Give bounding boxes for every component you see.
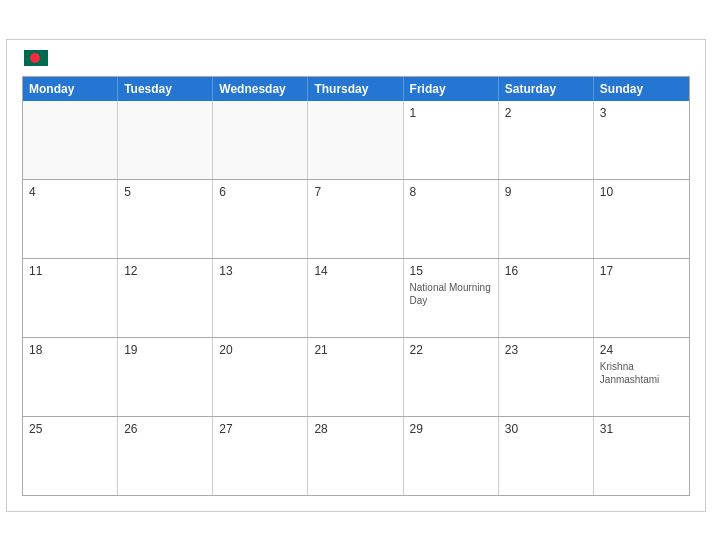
cell-date: 2 — [505, 106, 587, 120]
calendar-header — [22, 50, 690, 66]
logo-text — [22, 50, 48, 66]
calendar-cell: 1 — [404, 101, 499, 179]
calendar-cell: 18 — [23, 338, 118, 416]
cell-date: 21 — [314, 343, 396, 357]
cell-date: 30 — [505, 422, 587, 436]
calendar-cell: 2 — [499, 101, 594, 179]
calendar-cell: 19 — [118, 338, 213, 416]
calendar-container: MondayTuesdayWednesdayThursdayFridaySatu… — [6, 39, 706, 512]
calendar-cell — [118, 101, 213, 179]
calendar-week-5: 25262728293031 — [23, 417, 689, 496]
logo-flag-icon — [24, 50, 48, 66]
calendar-cell: 20 — [213, 338, 308, 416]
calendar-cell: 12 — [118, 259, 213, 337]
calendar-week-3: 1112131415National Mourning Day1617 — [23, 259, 689, 338]
cell-date: 11 — [29, 264, 111, 278]
calendar-cell: 30 — [499, 417, 594, 495]
cell-event: National Mourning Day — [410, 281, 492, 307]
day-header-wednesday: Wednesday — [213, 77, 308, 101]
cell-event: Krishna Janmashtami — [600, 360, 683, 386]
cell-date: 29 — [410, 422, 492, 436]
calendar-cell — [23, 101, 118, 179]
cell-date: 12 — [124, 264, 206, 278]
calendar-cell: 13 — [213, 259, 308, 337]
calendar-cell: 11 — [23, 259, 118, 337]
calendar-week-1: 123 — [23, 101, 689, 180]
calendar-days-header: MondayTuesdayWednesdayThursdayFridaySatu… — [23, 77, 689, 101]
cell-date: 18 — [29, 343, 111, 357]
cell-date: 28 — [314, 422, 396, 436]
cell-date: 22 — [410, 343, 492, 357]
calendar-grid: MondayTuesdayWednesdayThursdayFridaySatu… — [22, 76, 690, 496]
calendar-cell: 24Krishna Janmashtami — [594, 338, 689, 416]
cell-date: 3 — [600, 106, 683, 120]
cell-date: 23 — [505, 343, 587, 357]
cell-date: 6 — [219, 185, 301, 199]
day-header-monday: Monday — [23, 77, 118, 101]
cell-date: 25 — [29, 422, 111, 436]
calendar-cell: 29 — [404, 417, 499, 495]
day-header-sunday: Sunday — [594, 77, 689, 101]
cell-date: 7 — [314, 185, 396, 199]
cell-date: 15 — [410, 264, 492, 278]
calendar-cell: 25 — [23, 417, 118, 495]
calendar-week-2: 45678910 — [23, 180, 689, 259]
cell-date: 17 — [600, 264, 683, 278]
day-header-tuesday: Tuesday — [118, 77, 213, 101]
cell-date: 10 — [600, 185, 683, 199]
cell-date: 16 — [505, 264, 587, 278]
calendar-cell: 21 — [308, 338, 403, 416]
calendar-cell: 23 — [499, 338, 594, 416]
cell-date: 5 — [124, 185, 206, 199]
calendar-cell: 14 — [308, 259, 403, 337]
calendar-cell: 26 — [118, 417, 213, 495]
calendar-cell — [213, 101, 308, 179]
calendar-cell: 22 — [404, 338, 499, 416]
cell-date: 19 — [124, 343, 206, 357]
cell-date: 27 — [219, 422, 301, 436]
cell-date: 4 — [29, 185, 111, 199]
cell-date: 26 — [124, 422, 206, 436]
calendar-week-4: 18192021222324Krishna Janmashtami — [23, 338, 689, 417]
cell-date: 9 — [505, 185, 587, 199]
calendar-cell: 5 — [118, 180, 213, 258]
logo — [22, 50, 48, 66]
day-header-friday: Friday — [404, 77, 499, 101]
calendar-weeks: 123456789101112131415National Mourning D… — [23, 101, 689, 496]
calendar-cell: 31 — [594, 417, 689, 495]
calendar-cell: 17 — [594, 259, 689, 337]
calendar-cell: 10 — [594, 180, 689, 258]
calendar-cell: 27 — [213, 417, 308, 495]
calendar-cell: 7 — [308, 180, 403, 258]
day-header-saturday: Saturday — [499, 77, 594, 101]
calendar-cell: 4 — [23, 180, 118, 258]
cell-date: 13 — [219, 264, 301, 278]
cell-date: 20 — [219, 343, 301, 357]
cell-date: 1 — [410, 106, 492, 120]
calendar-cell: 15National Mourning Day — [404, 259, 499, 337]
calendar-cell: 6 — [213, 180, 308, 258]
calendar-cell: 3 — [594, 101, 689, 179]
calendar-cell: 16 — [499, 259, 594, 337]
cell-date: 24 — [600, 343, 683, 357]
day-header-thursday: Thursday — [308, 77, 403, 101]
calendar-cell: 9 — [499, 180, 594, 258]
cell-date: 31 — [600, 422, 683, 436]
cell-date: 8 — [410, 185, 492, 199]
cell-date: 14 — [314, 264, 396, 278]
svg-point-1 — [30, 53, 40, 63]
calendar-cell — [308, 101, 403, 179]
calendar-cell: 8 — [404, 180, 499, 258]
calendar-cell: 28 — [308, 417, 403, 495]
